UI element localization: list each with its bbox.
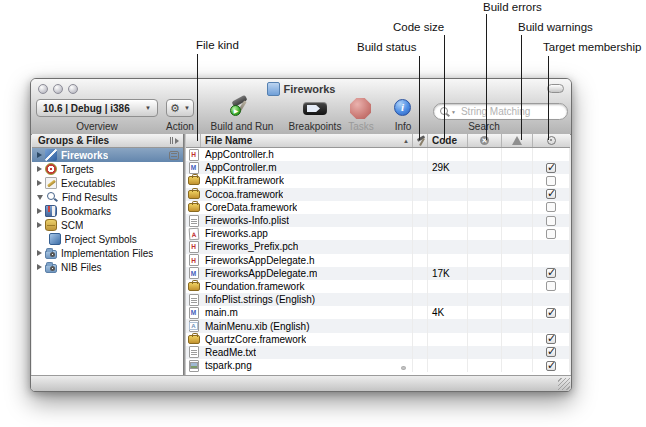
table-row[interactable]: AppKit.framework [186, 174, 570, 187]
table-row[interactable]: CoreData.framework [186, 201, 570, 214]
overview-popup[interactable]: 10.6 | Debug | i386 ▼ [36, 99, 158, 117]
disclosure-triangle-icon[interactable] [37, 222, 42, 228]
table-row[interactable]: AppController.m29K [186, 161, 570, 174]
errors-cell [468, 214, 502, 227]
folder-icon [45, 264, 57, 273]
symbols-icon [49, 233, 61, 245]
table-row[interactable]: InfoPlist.strings (English) [186, 293, 570, 306]
table-row[interactable]: AppController.h [186, 148, 570, 161]
breakpoints-button[interactable] [303, 102, 327, 115]
target-membership-checkbox[interactable] [546, 216, 556, 226]
chevron-down-icon: ▼ [184, 105, 190, 111]
callout-label-build-warnings: Build warnings [518, 21, 593, 33]
sidebar-item-find-results[interactable]: Find Results [32, 190, 183, 204]
sidebar-item-targets[interactable]: Targets [32, 162, 183, 176]
file-kind-column-header[interactable] [186, 134, 201, 147]
chevron-down-icon: ▼ [145, 105, 151, 111]
target-membership-checkbox[interactable] [546, 334, 556, 344]
target-membership-checkbox[interactable] [546, 176, 556, 186]
errors-cell [468, 267, 502, 280]
target-membership-checkbox[interactable] [546, 229, 556, 239]
file-name-column-header[interactable]: File Name ▲ [201, 134, 413, 147]
disclosure-triangle-icon[interactable] [37, 180, 42, 186]
sidebar-item-executables[interactable]: Executables [32, 176, 183, 190]
image-file-icon [189, 360, 199, 372]
target-membership-checkbox[interactable] [546, 202, 556, 212]
target-membership-checkbox[interactable] [546, 268, 556, 278]
action-caption: Action [166, 121, 194, 132]
table-row[interactable]: Cocoa.framework [186, 188, 570, 201]
file-kind-cell [186, 174, 201, 187]
project-document-icon [267, 82, 280, 96]
tasks-button[interactable] [350, 98, 371, 119]
toolbar-toggle-lozenge[interactable] [547, 84, 564, 93]
target-membership-checkbox[interactable] [546, 308, 556, 318]
errors-cell [468, 161, 502, 174]
errors-cell [468, 188, 502, 201]
table-row[interactable]: Fireworks.app [186, 227, 570, 240]
table-row[interactable]: Fireworks_Prefix.pch [186, 240, 570, 253]
sidebar-item-project-symbols[interactable]: Project Symbols [32, 232, 183, 246]
build-and-run-button[interactable]: ▶ [229, 94, 255, 118]
file-name-cell: tspark.png [201, 359, 413, 372]
table-row[interactable]: FireworksAppDelegate.h [186, 254, 570, 267]
target-membership-checkbox[interactable] [546, 281, 556, 291]
gear-icon: ⚙ [170, 103, 180, 114]
build-status-cell [413, 319, 428, 332]
table-row[interactable]: QuartzCore.framework [186, 333, 570, 346]
sidebar-item-nib-files[interactable]: NIB Files [32, 260, 183, 274]
build-status-cell [413, 214, 428, 227]
errors-column-header[interactable]: ✕ [468, 134, 502, 147]
target-membership-column-header[interactable] [533, 134, 570, 147]
table-row[interactable]: tspark.png [186, 359, 570, 372]
warnings-column-header[interactable] [502, 134, 533, 147]
disclosure-triangle-icon[interactable] [37, 152, 42, 158]
target-membership-checkbox[interactable] [546, 163, 556, 173]
build-status-column-header[interactable] [413, 134, 428, 147]
file-name-text: CoreData.framework [205, 202, 297, 213]
file-name-cell: Foundation.framework [201, 280, 413, 293]
sidebar-item-scm[interactable]: SCM [32, 218, 183, 232]
disclosure-triangle-icon[interactable] [37, 264, 42, 270]
file-kind-cell [186, 319, 201, 332]
file-kind-cell [186, 214, 201, 227]
build-status-cell [413, 227, 428, 240]
sidebar-item-label: NIB Files [61, 262, 102, 273]
disclosure-triangle-icon[interactable] [37, 195, 43, 200]
target-membership-checkbox[interactable] [546, 347, 556, 357]
code-size-cell: 17K [428, 267, 468, 280]
table-row[interactable]: FireworksAppDelegate.m17K [186, 267, 570, 280]
table-row[interactable]: MainMenu.xib (English) [186, 319, 570, 332]
resize-grip[interactable] [558, 378, 570, 390]
action-menu-button[interactable]: ⚙ ▼ [166, 99, 194, 117]
file-name-text: InfoPlist.strings (English) [205, 294, 315, 305]
info-button[interactable]: i [394, 99, 411, 116]
errors-cell [468, 174, 502, 187]
table-row[interactable]: main.m4K [186, 306, 570, 319]
file-name-cell: main.m [201, 306, 413, 319]
target-membership-checkbox[interactable] [546, 361, 556, 371]
sidebar-item-label: Fireworks [61, 150, 108, 161]
file-name-text: AppController.h [205, 149, 274, 160]
code-size-cell: 4K [428, 306, 468, 319]
disclosure-triangle-icon[interactable] [37, 166, 42, 172]
column-splitter-icon[interactable] [168, 136, 180, 145]
table-row[interactable]: ReadMe.txt [186, 346, 570, 359]
target-membership-cell [533, 188, 570, 201]
sidebar-item-implementation-files[interactable]: Implementation Files [32, 246, 183, 260]
disclosure-triangle-icon[interactable] [37, 208, 42, 214]
target-membership-checkbox[interactable] [546, 189, 556, 199]
smart-group-menu-badge[interactable] [169, 151, 179, 160]
callout-line-target-membership [548, 56, 549, 140]
disclosure-triangle-icon[interactable] [37, 250, 42, 256]
splitter-dimple[interactable] [401, 366, 406, 370]
code-column-header[interactable]: Code [428, 134, 468, 147]
implementation-file-icon [189, 307, 199, 319]
table-row[interactable]: Fireworks-Info.plist [186, 214, 570, 227]
table-row[interactable]: Foundation.framework [186, 280, 570, 293]
file-name-text: tspark.png [205, 360, 252, 371]
sidebar-item-bookmarks[interactable]: Bookmarks [32, 204, 183, 218]
framework-icon [188, 190, 200, 199]
sidebar-item-fireworks[interactable]: Fireworks [32, 148, 183, 162]
search-input[interactable] [459, 105, 561, 118]
